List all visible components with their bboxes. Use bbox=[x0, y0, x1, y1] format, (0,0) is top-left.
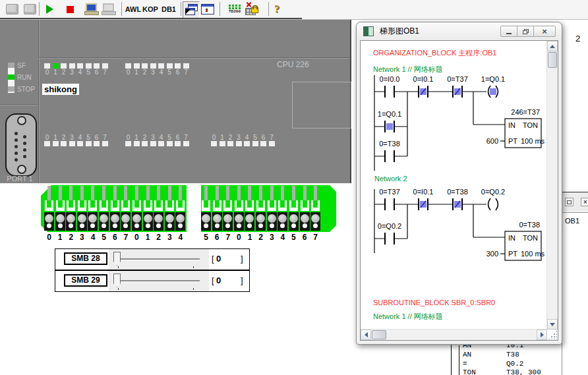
run-button[interactable] bbox=[42, 1, 57, 17]
terminal-number-label: 1 bbox=[245, 233, 254, 242]
input-switch[interactable] bbox=[245, 186, 255, 212]
resize-grip[interactable] bbox=[548, 330, 557, 339]
input-switch[interactable] bbox=[99, 186, 109, 212]
db1-view-button[interactable]: DB1 bbox=[160, 1, 178, 17]
terminal-number-label: 0 bbox=[132, 233, 141, 242]
lock-icon bbox=[245, 4, 259, 15]
background-titlebar: × bbox=[562, 192, 588, 212]
input-switch[interactable] bbox=[212, 186, 222, 212]
terminal-lamp bbox=[77, 212, 87, 231]
slider-thumb[interactable] bbox=[113, 274, 121, 287]
lamp-bulb-icon bbox=[111, 214, 119, 223]
slider-thumb[interactable] bbox=[113, 252, 121, 266]
switch-body bbox=[311, 200, 320, 211]
input-switch[interactable] bbox=[121, 186, 131, 212]
input-switch[interactable] bbox=[175, 186, 186, 212]
input-switch[interactable] bbox=[164, 186, 175, 212]
input-switch[interactable] bbox=[288, 186, 299, 212]
restore-button[interactable] bbox=[517, 26, 534, 37]
switch-body bbox=[165, 200, 174, 211]
input-switch[interactable] bbox=[55, 186, 65, 212]
horizontal-scrollbar[interactable] bbox=[361, 329, 547, 340]
vertical-scrollbar[interactable] bbox=[546, 41, 558, 330]
switch-lever-icon bbox=[204, 186, 208, 202]
lamp-glint-icon bbox=[291, 223, 296, 228]
slider-track[interactable] bbox=[118, 280, 200, 282]
toolbar-separator bbox=[39, 2, 40, 16]
input-switch[interactable] bbox=[154, 186, 164, 212]
led-digit-label: 4 bbox=[158, 69, 164, 76]
lock-button[interactable] bbox=[243, 1, 261, 17]
open-awl-icon bbox=[6, 4, 18, 14]
open-db1-button[interactable] bbox=[22, 1, 38, 17]
scroll-right-button[interactable] bbox=[537, 330, 547, 340]
input-switch[interactable] bbox=[299, 186, 310, 212]
switch-body bbox=[154, 200, 163, 211]
input-switch[interactable] bbox=[310, 186, 321, 212]
terminal-lamp bbox=[175, 212, 185, 231]
ladder-window-button[interactable] bbox=[183, 1, 200, 18]
input-switch[interactable] bbox=[233, 186, 244, 212]
timer-current-value: 0=T38 bbox=[519, 221, 541, 229]
input-switch[interactable] bbox=[278, 186, 288, 212]
stop-button[interactable] bbox=[62, 1, 78, 17]
switch-lever-icon bbox=[80, 186, 84, 202]
input-switch[interactable] bbox=[201, 186, 212, 212]
td200-button[interactable]: TD200 bbox=[225, 1, 244, 17]
awl-view-button[interactable]: AWL bbox=[124, 1, 142, 17]
window-titlebar[interactable]: 梯形图OB1 × bbox=[357, 22, 562, 40]
chart-window-button[interactable] bbox=[200, 1, 216, 17]
pc-connect-button[interactable] bbox=[83, 1, 99, 17]
panel-groove bbox=[39, 20, 40, 183]
bg-restore-button[interactable] bbox=[565, 198, 573, 206]
switch-body bbox=[56, 200, 65, 211]
slider-tick bbox=[118, 266, 119, 268]
kop-view-button[interactable]: KOP bbox=[141, 1, 160, 17]
input-switch[interactable] bbox=[109, 186, 120, 212]
input-switch[interactable] bbox=[256, 186, 266, 212]
contact-label: 0=I0.1 bbox=[413, 75, 434, 83]
input-switch[interactable] bbox=[266, 186, 277, 212]
minimize-button[interactable] bbox=[500, 26, 517, 37]
slider-track-zone[interactable] bbox=[109, 271, 209, 291]
io-led bbox=[158, 63, 164, 69]
io-led bbox=[44, 141, 50, 146]
pc-disconnect-button[interactable] bbox=[100, 1, 116, 17]
switch-lever-icon bbox=[303, 186, 307, 202]
slider-track-zone[interactable] bbox=[109, 249, 209, 270]
terminal-number-label: 3 bbox=[165, 233, 174, 242]
background-window: 2 × OB1 bbox=[562, 24, 588, 375]
terminal-lamp bbox=[300, 212, 310, 231]
input-switch[interactable] bbox=[131, 186, 142, 212]
input-switch[interactable] bbox=[223, 186, 233, 212]
terminal-lamp bbox=[310, 212, 320, 231]
ladder-svg: ORGANIZATION_BLOCK 主程序:OB1Network 1 // 网… bbox=[361, 41, 548, 331]
switch-lever-icon bbox=[216, 186, 219, 202]
cpu-status-leds: SFRUNSTOP bbox=[8, 63, 40, 96]
help-button[interactable]: ? bbox=[269, 1, 285, 17]
timer-type-label: TON bbox=[523, 121, 538, 129]
switch-slot bbox=[58, 200, 63, 208]
terminal-lamp bbox=[143, 212, 153, 231]
background-tab-ob1[interactable]: OB1 bbox=[565, 217, 579, 225]
vscroll-thumb[interactable] bbox=[548, 52, 557, 68]
open-awl-button[interactable] bbox=[4, 1, 20, 17]
io-led bbox=[44, 63, 50, 69]
input-switch[interactable] bbox=[142, 186, 153, 212]
scroll-left-button[interactable] bbox=[361, 330, 371, 340]
scroll-up-button[interactable] bbox=[547, 41, 558, 51]
input-led-group-i0: 01234567 bbox=[44, 134, 108, 146]
close-button[interactable]: × bbox=[533, 26, 556, 37]
scroll-down-button[interactable] bbox=[547, 319, 558, 330]
switch-body bbox=[235, 200, 243, 211]
input-switch[interactable] bbox=[76, 186, 87, 212]
input-switch[interactable] bbox=[88, 186, 98, 212]
status-led-label: SF bbox=[17, 62, 26, 69]
input-switch[interactable] bbox=[44, 186, 55, 212]
hscroll-thumb[interactable] bbox=[372, 330, 386, 339]
slider-track[interactable] bbox=[118, 258, 200, 260]
bg-close-button[interactable]: × bbox=[581, 198, 588, 206]
input-switch[interactable] bbox=[66, 186, 76, 212]
led-digit-label: 1 bbox=[134, 134, 140, 141]
port-pin-icon bbox=[15, 132, 18, 135]
